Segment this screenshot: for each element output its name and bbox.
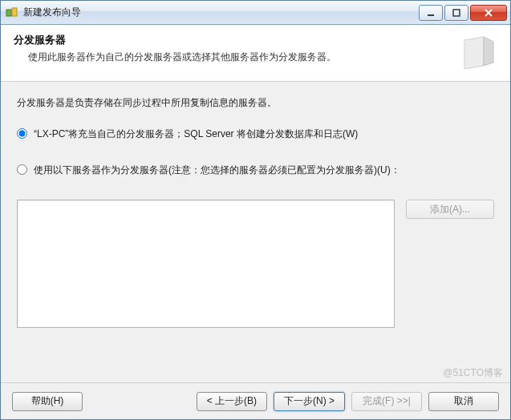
radio-self-distributor[interactable]: “LX-PC”将充当自己的分发服务器；SQL Server 将创建分发数据库和日…: [17, 127, 494, 141]
help-button[interactable]: 帮助(H): [12, 392, 83, 411]
svg-marker-5: [484, 37, 493, 66]
content-area: 分发服务器是负责存储在同步过程中所用复制信息的服务器。 “LX-PC”将充当自己…: [1, 82, 510, 382]
add-button-column: 添加(A)...: [406, 200, 494, 219]
close-button[interactable]: [470, 5, 507, 21]
svg-marker-4: [464, 37, 484, 69]
header-title: 分发服务器: [14, 33, 449, 47]
header-subtitle: 使用此服务器作为自己的分发服务器或选择其他服务器作为分发服务器。: [14, 50, 449, 64]
server-list[interactable]: [17, 200, 395, 328]
header-graphic-icon: [459, 33, 497, 71]
svg-rect-0: [6, 10, 11, 16]
back-button[interactable]: < 上一步(B): [197, 392, 267, 411]
radio-other-input[interactable]: [17, 164, 27, 175]
description-text: 分发服务器是负责存储在同步过程中所用复制信息的服务器。: [17, 96, 494, 110]
radio-self-input[interactable]: [17, 128, 27, 139]
server-list-row: 添加(A)...: [17, 200, 494, 328]
svg-rect-2: [428, 14, 434, 16]
radio-other-label: 使用以下服务器作为分发服务器(注意：您选择的服务器必须已配置为分发服务器)(U)…: [34, 164, 494, 177]
minimize-button[interactable]: [419, 5, 443, 21]
radio-other-distributor[interactable]: 使用以下服务器作为分发服务器(注意：您选择的服务器必须已配置为分发服务器)(U)…: [17, 164, 494, 177]
wizard-footer: 帮助(H) < 上一步(B) 下一步(N) > 完成(F) >>| 取消: [1, 382, 510, 419]
header-text: 分发服务器 使用此服务器作为自己的分发服务器或选择其他服务器作为分发服务器。: [14, 33, 449, 64]
window-buttons: [417, 5, 507, 21]
wizard-window: 新建发布向导 分发服务器 使用此服务器作为自己的分发服务器或选择其他服务器作为分…: [0, 0, 511, 420]
svg-rect-3: [453, 10, 460, 16]
svg-rect-1: [12, 8, 17, 16]
cancel-button[interactable]: 取消: [428, 392, 499, 411]
finish-button[interactable]: 完成(F) >>|: [351, 392, 422, 411]
window-title: 新建发布向导: [23, 6, 417, 19]
maximize-button[interactable]: [444, 5, 468, 21]
add-button[interactable]: 添加(A)...: [406, 200, 494, 219]
app-icon: [6, 6, 18, 19]
radio-self-label: “LX-PC”将充当自己的分发服务器；SQL Server 将创建分发数据库和日…: [34, 127, 494, 141]
wizard-header: 分发服务器 使用此服务器作为自己的分发服务器或选择其他服务器作为分发服务器。: [1, 25, 510, 82]
titlebar[interactable]: 新建发布向导: [1, 1, 510, 25]
next-button[interactable]: 下一步(N) >: [274, 392, 345, 411]
